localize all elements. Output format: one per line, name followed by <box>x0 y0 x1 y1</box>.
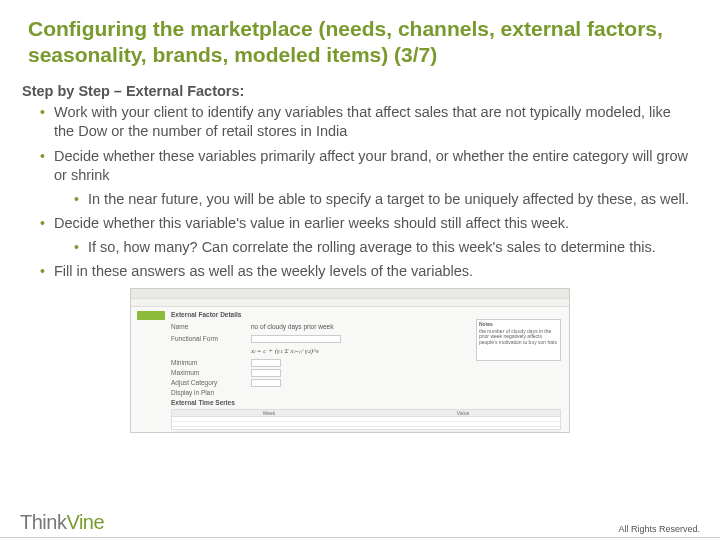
timeseries-grid: Week Value <box>171 409 561 430</box>
bullet-item: Decide whether this variable's value in … <box>40 214 692 257</box>
form-row-display: Display in Plan <box>171 389 449 399</box>
step-subhead: Step by Step – External Factors: <box>0 75 720 103</box>
bullet-item: Fill in these answers as well as the wee… <box>40 262 692 282</box>
footer-separator <box>0 537 720 538</box>
embedded-screenshot: External Factor Details Name no of cloud… <box>130 288 570 433</box>
slide-footer: ThinkVine All Rights Reserved. <box>0 508 720 540</box>
rights-text: All Rights Reserved. <box>618 524 700 534</box>
bullet-list: Work with your client to identify any va… <box>0 103 720 283</box>
sub-bullet-item: In the near future, you will be able to … <box>74 190 692 210</box>
notes-box: Notes the number of cloudy days in the p… <box>476 319 561 361</box>
bullet-item: Decide whether these variables primarily… <box>40 147 692 210</box>
form-row-adjust: Adjust Category <box>171 379 449 389</box>
notes-label: Notes <box>479 322 558 328</box>
form-row-maximum: Maximum <box>171 369 449 379</box>
bullet-text: Decide whether these variables primarily… <box>54 148 688 184</box>
slide-title: Configuring the marketplace (needs, chan… <box>0 0 720 75</box>
value-functional <box>251 335 449 345</box>
form-row-name: Name no of cloudy days prior week <box>171 323 449 333</box>
value-minimum <box>251 359 449 369</box>
notes-text: the number of cloudy days in the prior w… <box>479 329 558 346</box>
timeseries-title: External Time Series <box>171 399 235 406</box>
ts-header-value: Value <box>366 410 560 416</box>
label-minimum: Minimum <box>171 359 251 369</box>
value-adjust <box>251 379 449 389</box>
value-maximum <box>251 369 449 379</box>
form-row-equation: xᵢ = c + (γ₁ Σ xᵢ₋ⱼ / γ₂)^s <box>171 347 449 357</box>
label-maximum: Maximum <box>171 369 251 379</box>
action-button <box>137 311 165 320</box>
ts-header-week: Week <box>172 410 366 416</box>
equation: xᵢ = c + (γ₁ Σ xᵢ₋ⱼ / γ₂)^s <box>251 347 449 357</box>
form-row-functional: Functional Form <box>171 335 449 345</box>
browser-chrome <box>131 289 569 299</box>
label-name: Name <box>171 323 251 333</box>
sub-bullet-item: If so, how many? Can correlate the rolli… <box>74 238 692 258</box>
app-tabs <box>131 299 569 307</box>
bullet-item: Work with your client to identify any va… <box>40 103 692 142</box>
value-name: no of cloudy days prior week <box>251 323 449 333</box>
label-adjust: Adjust Category <box>171 379 251 389</box>
logo: ThinkVine <box>20 511 104 534</box>
logo-vine: Vine <box>66 511 104 533</box>
bullet-text: Decide whether this variable's value in … <box>54 215 569 231</box>
panel-title: External Factor Details <box>171 311 241 318</box>
logo-think: Think <box>20 511 66 533</box>
label-display: Display in Plan <box>171 389 251 399</box>
label-functional: Functional Form <box>171 335 251 345</box>
form-row-minimum: Minimum <box>171 359 449 369</box>
